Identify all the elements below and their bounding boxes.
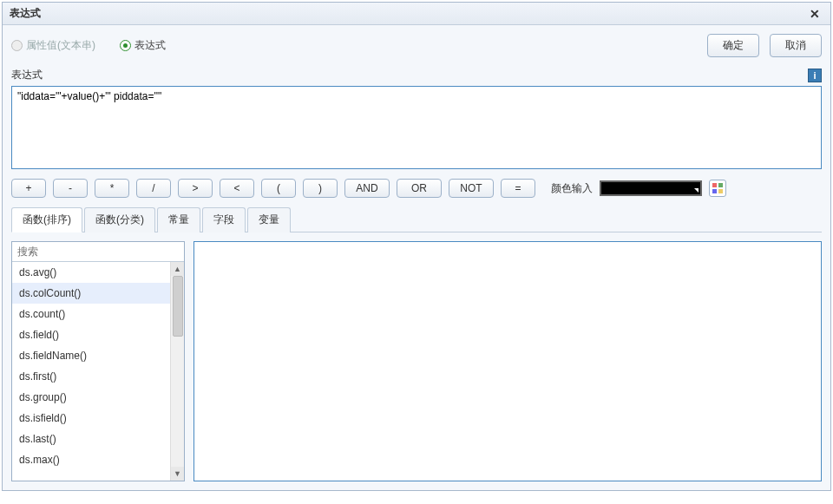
tab-func-sort[interactable]: 函数(排序) (11, 207, 82, 232)
cancel-button[interactable]: 取消 (770, 34, 822, 57)
op-lparen[interactable]: ( (261, 179, 296, 198)
op-eq[interactable]: = (501, 179, 535, 198)
scroll-down-icon[interactable]: ▼ (171, 467, 184, 481)
radio-expression[interactable]: 表达式 (120, 38, 166, 53)
palette-icon[interactable] (709, 180, 726, 197)
op-minus[interactable]: - (53, 179, 88, 198)
mode-radio-group: 属性值(文本串) 表达式 (11, 38, 166, 53)
op-multiply[interactable]: * (95, 179, 129, 198)
op-lt[interactable]: < (220, 179, 254, 198)
bottom-panel: ds.avg()ds.colCount()ds.count()ds.field(… (11, 241, 822, 481)
op-gt[interactable]: > (178, 179, 213, 198)
op-divide[interactable]: / (136, 179, 171, 198)
list-item[interactable]: ds.colCount() (12, 283, 170, 304)
close-icon[interactable]: ✕ (806, 7, 823, 21)
ok-button[interactable]: 确定 (707, 34, 759, 57)
op-or[interactable]: OR (397, 179, 442, 198)
op-plus[interactable]: + (11, 179, 46, 198)
color-picker[interactable] (600, 180, 702, 196)
expression-dialog: 表达式 ✕ 属性值(文本串) 表达式 确定 取消 表达式 i + - * / > (2, 2, 831, 491)
scroll-thumb[interactable] (173, 276, 183, 337)
radio-label: 表达式 (134, 38, 166, 53)
list-item[interactable]: ds.group() (12, 387, 170, 408)
dialog-title: 表达式 (10, 6, 41, 21)
list-item[interactable]: ds.field() (12, 324, 170, 345)
radio-label: 属性值(文本串) (26, 38, 95, 53)
expression-input[interactable] (11, 86, 822, 169)
radio-icon (11, 40, 23, 51)
op-not[interactable]: NOT (449, 179, 494, 198)
op-rparen[interactable]: ) (303, 179, 338, 198)
scrollbar[interactable]: ▲ ▼ (170, 262, 184, 481)
info-icon[interactable]: i (808, 69, 822, 82)
list-item[interactable]: ds.avg() (12, 262, 170, 283)
detail-panel (193, 241, 822, 481)
list-item[interactable]: ds.last() (12, 429, 170, 449)
scroll-up-icon[interactable]: ▲ (171, 262, 184, 276)
tab-fields[interactable]: 字段 (202, 207, 246, 232)
tab-func-category[interactable]: 函数(分类) (84, 207, 155, 232)
function-list[interactable]: ds.avg()ds.colCount()ds.count()ds.field(… (12, 262, 170, 481)
radio-icon (120, 40, 131, 51)
tab-strip: 函数(排序) 函数(分类) 常量 字段 变量 (11, 206, 822, 232)
svg-rect-2 (712, 189, 717, 193)
list-item[interactable]: ds.max() (12, 449, 170, 470)
svg-rect-1 (718, 183, 723, 187)
operator-row: + - * / > < ( ) AND OR NOT = 颜色输入 (11, 179, 822, 198)
tab-constants[interactable]: 常量 (157, 207, 200, 232)
color-input-label: 颜色输入 (551, 181, 593, 196)
titlebar: 表达式 ✕ (3, 3, 830, 25)
list-item[interactable]: ds.count() (12, 304, 170, 324)
radio-attr-value[interactable]: 属性值(文本串) (11, 38, 95, 53)
svg-rect-3 (718, 189, 723, 193)
toolbar: 属性值(文本串) 表达式 确定 取消 (3, 25, 830, 64)
op-and[interactable]: AND (344, 179, 390, 198)
list-item[interactable]: ds.fieldName() (12, 345, 170, 366)
svg-rect-0 (712, 183, 717, 187)
list-item[interactable]: ds.isfield() (12, 408, 170, 429)
expression-label: 表达式 (11, 68, 43, 82)
function-listbox: ds.avg()ds.colCount()ds.count()ds.field(… (11, 241, 185, 481)
list-item[interactable]: ds.first() (12, 366, 170, 387)
search-input[interactable] (12, 242, 184, 262)
tab-variables[interactable]: 变量 (247, 207, 291, 232)
